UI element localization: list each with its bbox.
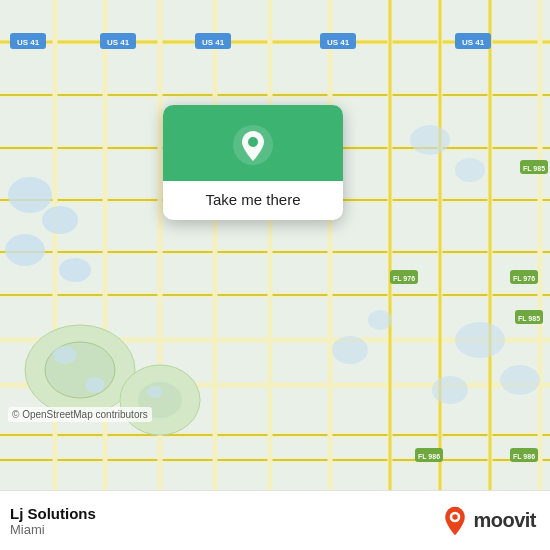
svg-point-39 <box>85 377 105 393</box>
place-name: Lj Solutions <box>10 505 96 522</box>
svg-point-32 <box>8 177 52 213</box>
bottom-bar: Lj Solutions Miami moovit <box>0 490 550 550</box>
card-icon-area <box>163 105 343 181</box>
svg-text:FL 976: FL 976 <box>513 275 535 282</box>
svg-point-71 <box>368 310 392 330</box>
svg-point-73 <box>248 137 258 147</box>
svg-point-35 <box>59 258 91 282</box>
svg-point-70 <box>332 336 368 364</box>
take-me-there-button[interactable]: Take me there <box>193 181 312 220</box>
place-city: Miami <box>10 522 96 537</box>
location-card: Take me there <box>163 105 343 220</box>
svg-point-65 <box>410 125 450 155</box>
map-container: US 41 US 41 US 41 US 41 US 41 FL 985 FL … <box>0 0 550 490</box>
svg-text:US 41: US 41 <box>462 38 485 47</box>
svg-text:US 41: US 41 <box>17 38 40 47</box>
map-attribution: © OpenStreetMap contributors <box>8 407 152 422</box>
svg-point-69 <box>432 376 468 404</box>
svg-text:FL 986: FL 986 <box>513 453 535 460</box>
svg-point-66 <box>455 158 485 182</box>
svg-text:US 41: US 41 <box>107 38 130 47</box>
moovit-logo[interactable]: moovit <box>441 505 536 537</box>
svg-text:US 41: US 41 <box>202 38 225 47</box>
svg-point-67 <box>455 322 505 358</box>
moovit-label: moovit <box>473 509 536 532</box>
svg-point-75 <box>453 514 458 519</box>
location-pin-icon <box>231 123 275 167</box>
svg-point-38 <box>53 346 77 364</box>
svg-point-34 <box>5 234 45 266</box>
svg-text:FL 985: FL 985 <box>518 315 540 322</box>
svg-point-33 <box>42 206 78 234</box>
svg-text:FL 976: FL 976 <box>393 275 415 282</box>
svg-point-68 <box>500 365 540 395</box>
svg-text:FL 986: FL 986 <box>418 453 440 460</box>
svg-text:FL 985: FL 985 <box>523 165 545 172</box>
place-info: Lj Solutions Miami <box>10 505 96 537</box>
svg-text:US 41: US 41 <box>327 38 350 47</box>
moovit-pin-icon <box>441 505 469 537</box>
svg-point-42 <box>147 386 163 398</box>
